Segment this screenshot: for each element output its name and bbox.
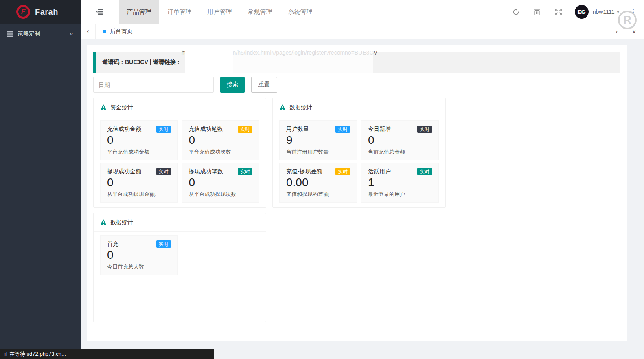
- stat-label: 充值成功笔数: [189, 126, 223, 133]
- nav-item-product[interactable]: 产品管理: [119, 0, 159, 24]
- card-data-stats: 数据统计 用户数量 实时 9 当前注册用户数量 今日新增 实时 0: [272, 98, 446, 208]
- fullscreen-icon: [555, 9, 562, 15]
- realtime-badge: 实时: [238, 126, 252, 133]
- redaction-overlay: [233, 48, 373, 77]
- tab-dashboard-home[interactable]: 后台首页: [96, 24, 140, 39]
- card-header: 数据统计: [273, 98, 445, 117]
- realtime-badge: 实时: [335, 126, 350, 133]
- sidebar-item-label: 策略定制: [18, 30, 40, 37]
- dashboard-panel: 邀请码：BUE3CV | 邀请链接： https://sd72.php73.cn…: [87, 45, 627, 341]
- tabs-scroll-left-button[interactable]: ‹: [81, 24, 96, 39]
- stat-tile-active-users: 活跃用户 实时 1 最近登录的用户: [361, 163, 439, 203]
- card-first-charge-stats: 数据统计 首充 实时 0 今日首充总人数: [93, 213, 266, 322]
- nav-item-user[interactable]: 用户管理: [199, 0, 240, 24]
- tab-bar-right-controls: › ∨: [609, 24, 644, 39]
- warning-triangle-icon: [100, 104, 107, 110]
- tab-label: 后台首页: [110, 28, 133, 35]
- card-header: 数据统计: [94, 213, 266, 232]
- realtime-badge: 实时: [335, 168, 350, 175]
- stat-desc: 平台充值成功金额: [107, 148, 171, 156]
- stat-label: 活跃用户: [368, 168, 391, 175]
- clear-cache-button[interactable]: [527, 9, 548, 15]
- stat-label: 今日新增: [368, 126, 391, 133]
- user-avatar[interactable]: EG: [575, 5, 589, 19]
- stat-desc: 今日首充总人数: [107, 263, 171, 271]
- invite-banner: 邀请码：BUE3CV | 邀请链接： https://sd72.php73.cn…: [93, 52, 620, 73]
- refresh-icon: [513, 9, 519, 15]
- stat-desc: 从平台成功提现金额.: [107, 191, 171, 198]
- card-body: 用户数量 实时 9 当前注册用户数量 今日新增 实时 0 当前充值总金额: [273, 117, 445, 209]
- list-menu-icon: [7, 31, 13, 37]
- nav-item-system[interactable]: 系统管理: [280, 0, 320, 24]
- stat-label: 充值-提现差额: [286, 168, 322, 175]
- page-tab-bar: ‹ 后台首页 › ∨: [81, 24, 644, 39]
- realtime-badge: 实时: [156, 168, 171, 175]
- realtime-badge: 实时: [156, 240, 171, 248]
- card-body: 首充 实时 0 今日首充总人数: [94, 232, 266, 282]
- stat-tile-first-charge: 首充 实时 0 今日首充总人数: [100, 235, 178, 275]
- reset-button[interactable]: 重置: [251, 77, 277, 93]
- stat-value: 0: [107, 134, 171, 147]
- brand-logo-icon: F: [16, 5, 30, 19]
- stat-tile-withdraw-amount: 提现成功金额 实时 0 从平台成功提现金额.: [100, 163, 178, 203]
- realtime-badge: 实时: [238, 168, 252, 175]
- card-title: 资金统计: [110, 104, 133, 111]
- active-tab-dot-icon: [103, 30, 106, 33]
- stat-tile-today-new: 今日新增 实时 0 当前充值总金额: [361, 120, 439, 160]
- stat-desc: 当前充值总金额: [368, 148, 432, 156]
- stat-tile-diff-amount: 充值-提现差额 实时 0.00 充值和提现的差额: [279, 163, 357, 203]
- stat-desc: 充值和提现的差额: [286, 191, 350, 198]
- collapse-menu-icon: [96, 9, 103, 15]
- stat-value: 9: [286, 134, 350, 147]
- user-menu-caret-icon[interactable]: ▾: [617, 9, 619, 15]
- stat-tile-user-count: 用户数量 实时 9 当前注册用户数量: [279, 120, 357, 160]
- warning-triangle-icon: [100, 219, 107, 225]
- sidebar: 策略定制 ∨: [0, 24, 81, 359]
- redaction-overlay: [185, 48, 233, 77]
- stat-label: 充值成功金额: [107, 126, 141, 133]
- trash-icon: [534, 9, 540, 15]
- stat-label: 用户数量: [286, 126, 309, 133]
- nav-item-general[interactable]: 常规管理: [240, 0, 280, 24]
- invite-code-label: 邀请码：BUE3CV | 邀请链接：: [102, 59, 182, 66]
- top-nav: 产品管理 订单管理 用户管理 常规管理 系统管理: [119, 0, 320, 24]
- realtime-badge: 实时: [156, 126, 171, 133]
- stat-desc: 从平台成功提现次数: [189, 191, 253, 198]
- search-row: 搜索 重置: [93, 77, 277, 93]
- stat-tile-withdraw-count: 提现成功笔数 实时 0 从平台成功提现次数: [182, 163, 260, 203]
- sidebar-collapse-button[interactable]: [81, 0, 119, 24]
- stat-value: 0: [107, 249, 171, 262]
- more-options-icon[interactable]: ⋮: [630, 8, 637, 16]
- stat-tile-recharge-count: 充值成功笔数 实时 0 平台充值成功次数: [182, 120, 260, 160]
- sidebar-item-strategy[interactable]: 策略定制 ∨: [0, 24, 81, 44]
- nav-item-order[interactable]: 订单管理: [159, 0, 199, 24]
- card-title: 数据统计: [289, 104, 312, 111]
- stat-value: 0: [189, 176, 253, 189]
- brand-name: Farah: [35, 7, 58, 17]
- stat-label: 提现成功笔数: [189, 168, 223, 175]
- stat-label: 首充: [107, 240, 118, 248]
- stat-desc: 平台充值成功次数: [189, 148, 253, 156]
- fullscreen-button[interactable]: [548, 9, 569, 15]
- tabs-dropdown-button[interactable]: ∨: [624, 24, 644, 39]
- stat-desc: 最近登录的用户: [368, 191, 432, 198]
- brand-logo-letter: F: [21, 8, 26, 16]
- stat-label: 提现成功金额: [107, 168, 141, 175]
- card-funds-stats: 资金统计 充值成功金额 实时 0 平台充值成功金额 充值成功笔数 实时 0: [93, 98, 266, 208]
- stat-value: 0.00: [286, 176, 350, 189]
- card-header: 资金统计: [94, 98, 266, 117]
- brand-logo-block: F Farah: [0, 0, 81, 24]
- warning-triangle-icon: [279, 104, 286, 110]
- browser-status-bar: 正在等待 sd72.php73.cn...: [0, 349, 214, 359]
- sidebar-expand-chevron-icon: ∨: [69, 31, 74, 37]
- search-button[interactable]: 搜索: [220, 77, 245, 93]
- top-header: 产品管理 订单管理 用户管理 常规管理 系统管理: [81, 0, 644, 24]
- tabs-scroll-right-button[interactable]: ›: [609, 24, 624, 39]
- stat-tile-recharge-amount: 充值成功金额 实时 0 平台充值成功金额: [100, 120, 178, 160]
- refresh-button[interactable]: [506, 9, 527, 15]
- header-right-tools: EG nbw1111 ▾ ⋮: [506, 0, 644, 24]
- username-label[interactable]: nbw1111: [593, 9, 615, 15]
- date-input[interactable]: [93, 77, 214, 93]
- realtime-badge: 实时: [417, 126, 432, 133]
- invite-link: https://sd72.php73.cn/h5/index.html#/pag…: [182, 49, 377, 75]
